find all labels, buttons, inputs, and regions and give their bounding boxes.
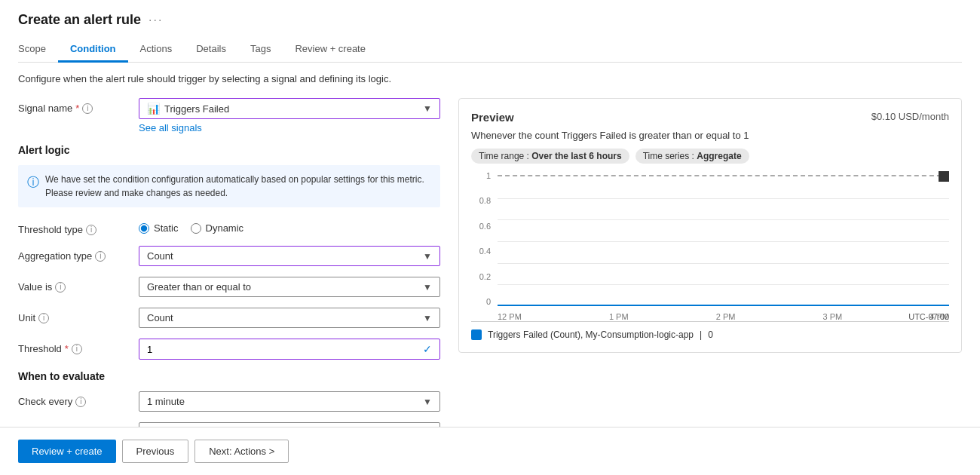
- signal-name-dropdown[interactable]: 📊 Triggers Failed ▼: [139, 98, 440, 119]
- x-label-4: 3 PM: [823, 312, 843, 321]
- preview-panel: Preview $0.10 USD/month Whenever the cou…: [458, 98, 962, 353]
- info-icon-blue: ⓘ: [27, 173, 39, 200]
- value-is-value: Greater than or equal to: [147, 281, 251, 293]
- unit-chevron: ▼: [423, 313, 432, 323]
- signal-name-info-icon[interactable]: i: [82, 103, 93, 114]
- time-range-tag-value: Over the last 6 hours: [531, 151, 621, 161]
- y-label-1: 1: [486, 171, 491, 180]
- nav-tabs: Scope Condition Actions Details Tags Rev…: [18, 37, 962, 63]
- threshold-static-radio[interactable]: Static: [139, 222, 179, 234]
- chart-corner-marker: [939, 171, 949, 182]
- aggregation-chevron: ▼: [423, 251, 432, 262]
- tab-scope[interactable]: Scope: [18, 37, 58, 63]
- aggregation-type-info-icon[interactable]: i: [95, 251, 106, 262]
- chart-x-axis: 12 PM 1 PM 2 PM 3 PM 4 PM: [498, 312, 949, 321]
- chart-legend: Triggers Failed (Count), My-Consumption-…: [471, 329, 949, 340]
- tab-details[interactable]: Details: [184, 37, 238, 63]
- signal-name-label: Signal name * i: [18, 98, 139, 114]
- threshold-info-icon[interactable]: i: [72, 344, 82, 354]
- time-series-tag-label: Time series :: [643, 151, 694, 161]
- check-every-chevron: ▼: [423, 397, 432, 407]
- threshold-input-wrapper: ✓: [139, 339, 440, 360]
- legend-value: 0: [708, 329, 713, 340]
- threshold-type-label: Threshold type i: [18, 219, 139, 235]
- legend-text: Triggers Failed (Count), My-Consumption-…: [488, 329, 694, 340]
- chart-baseline: [498, 305, 949, 306]
- value-is-dropdown[interactable]: Greater than or equal to ▼: [139, 277, 440, 297]
- y-label-2: 0.8: [479, 196, 491, 205]
- threshold-dynamic-label: Dynamic: [206, 222, 244, 234]
- review-create-button[interactable]: Review + create: [18, 440, 116, 463]
- x-label-2: 1 PM: [609, 312, 629, 321]
- signal-name-value: Triggers Failed: [164, 103, 229, 115]
- threshold-input[interactable]: [147, 344, 423, 355]
- next-actions-button[interactable]: Next: Actions >: [194, 440, 289, 463]
- footer: Review + create Previous Next: Actions >: [0, 427, 980, 475]
- time-series-tag: Time series : Aggregate: [635, 149, 749, 164]
- y-label-3: 0.6: [479, 222, 491, 231]
- time-range-tag: Time range : Over the last 6 hours: [471, 149, 629, 164]
- aggregation-type-label: Aggregation type i: [18, 246, 139, 262]
- tab-condition[interactable]: Condition: [58, 37, 128, 63]
- aggregation-type-dropdown[interactable]: Count ▼: [139, 246, 440, 266]
- check-every-dropdown[interactable]: 1 minute ▼: [139, 391, 440, 412]
- previous-button[interactable]: Previous: [122, 440, 189, 463]
- when-to-evaluate-title: When to evaluate: [18, 370, 440, 382]
- threshold-label: Threshold * i: [18, 339, 139, 354]
- check-every-value: 1 minute: [147, 396, 185, 407]
- grid-line-1: [498, 198, 949, 199]
- time-range-tag-label: Time range :: [479, 151, 529, 161]
- threshold-static-label: Static: [154, 222, 179, 234]
- alert-logic-info-text: We have set the condition configuration …: [45, 173, 431, 200]
- preview-cost: $0.10 USD/month: [871, 111, 949, 122]
- unit-value: Count: [147, 312, 173, 323]
- y-label-6: 0: [486, 297, 491, 306]
- grid-line-5: [498, 284, 949, 285]
- value-is-info-icon[interactable]: i: [55, 282, 66, 293]
- threshold-type-radio-group: Static Dynamic: [139, 219, 440, 234]
- value-is-label: Value is i: [18, 277, 139, 293]
- x-label-3: 2 PM: [716, 312, 736, 321]
- value-is-chevron: ▼: [423, 282, 432, 293]
- unit-info-icon[interactable]: i: [38, 313, 49, 323]
- chart-y-axis: 1 0.8 0.6 0.4 0.2 0: [471, 171, 494, 306]
- preview-description: Whenever the count Triggers Failed is gr…: [471, 130, 949, 141]
- preview-title: Preview: [471, 111, 514, 124]
- check-icon: ✓: [423, 343, 432, 355]
- chart-area: 1 0.8 0.6 0.4 0.2 0: [471, 171, 949, 322]
- threshold-type-info-icon[interactable]: i: [86, 225, 96, 235]
- y-label-5: 0.2: [479, 272, 491, 281]
- page-title: Create an alert rule: [18, 12, 141, 28]
- legend-separator: |: [700, 329, 702, 340]
- chart-icon: 📊: [147, 103, 160, 115]
- see-all-signals-link[interactable]: See all signals: [139, 122, 440, 133]
- dropdown-chevron: ▼: [423, 103, 432, 114]
- chart-dashed-line: [498, 175, 949, 176]
- chart-content: [498, 171, 949, 306]
- threshold-dynamic-radio[interactable]: Dynamic: [191, 222, 244, 234]
- preview-tags: Time range : Over the last 6 hours Time …: [471, 149, 949, 164]
- alert-logic-info-box: ⓘ We have set the condition configuratio…: [18, 165, 440, 207]
- tab-tags[interactable]: Tags: [238, 37, 283, 63]
- check-every-label: Check every i: [18, 391, 139, 407]
- tab-actions[interactable]: Actions: [128, 37, 185, 63]
- aggregation-type-value: Count: [147, 250, 173, 262]
- utc-label: UTC-07:00: [908, 312, 949, 321]
- grid-line-4: [498, 263, 949, 264]
- legend-color-box: [471, 329, 482, 340]
- check-every-info-icon[interactable]: i: [75, 397, 86, 407]
- grid-line-3: [498, 241, 949, 242]
- x-label-1: 12 PM: [498, 312, 522, 321]
- unit-label: Unit i: [18, 308, 139, 323]
- grid-line-2: [498, 219, 949, 220]
- time-series-tag-value: Aggregate: [697, 151, 741, 161]
- unit-dropdown[interactable]: Count ▼: [139, 308, 440, 328]
- y-label-4: 0.4: [479, 247, 491, 256]
- tab-review-create[interactable]: Review + create: [283, 37, 378, 63]
- ellipsis-icon: ···: [149, 14, 163, 27]
- page-subtitle: Configure when the alert rule should tri…: [18, 73, 962, 84]
- alert-logic-title: Alert logic: [18, 144, 440, 156]
